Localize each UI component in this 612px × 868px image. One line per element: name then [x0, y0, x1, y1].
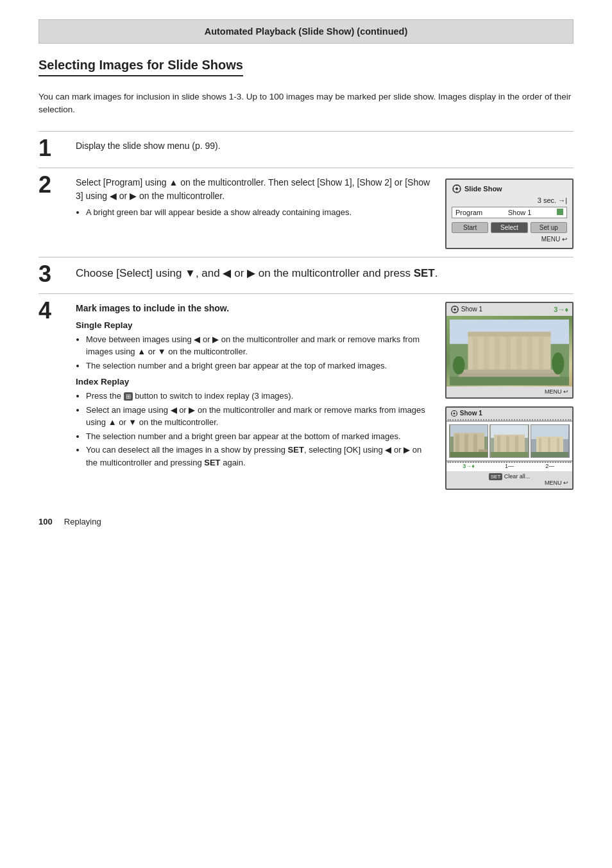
index-slideshow-icon	[450, 410, 458, 417]
footer-spacer	[55, 517, 62, 526]
index-bottom: SET Clear all... MENU ↩	[446, 471, 572, 489]
photo-title-bar: Show 1 3→♦	[446, 303, 572, 316]
step-4-number: 4	[38, 299, 69, 322]
index-title-bar: Show 1	[446, 408, 572, 419]
step-4-b1-1: Move between images using ◀ or ▶ on the …	[86, 333, 432, 358]
step-1-content: Display the slide show menu (p. 99).	[76, 139, 574, 153]
index-images	[446, 421, 572, 462]
single-counter: 3→♦	[554, 306, 568, 313]
thumb3-svg	[531, 425, 568, 457]
step-4-b2-2: Select an image using ◀ or ▶ on the mult…	[86, 404, 432, 429]
step-4-b2-4: You can deselect all the images in a sho…	[86, 444, 432, 469]
svg-rect-14	[539, 336, 544, 374]
thumb1-svg	[450, 425, 488, 457]
thumb2-svg	[491, 425, 528, 457]
screen2-btn-setup: Set up	[531, 222, 567, 233]
page-footer: 100 Replaying	[38, 517, 574, 526]
screen2-timer: 3 sec. →|	[452, 196, 567, 204]
step-4: 4 Mark images to include in the show. Si…	[38, 293, 574, 498]
page-number: 100	[38, 517, 53, 526]
step-2-bullets: A bright green bar will appear beside a …	[76, 206, 432, 219]
photo-bottom: MENU ↩	[446, 386, 572, 397]
svg-rect-35	[515, 436, 518, 452]
section-title: Selecting Images for Slide Shows	[38, 58, 243, 76]
svg-rect-40	[539, 438, 541, 452]
index-replay-screen: Show 1	[445, 406, 574, 490]
svg-rect-17	[450, 376, 569, 385]
step-3-text: Choose [Select] using ▼, and ◀ or ▶ on t…	[76, 265, 574, 282]
svg-rect-7	[468, 331, 550, 336]
index-label-2: 1—	[489, 463, 529, 469]
slideshow-icon	[450, 305, 459, 314]
svg-rect-27	[473, 434, 477, 452]
svg-point-18	[453, 356, 465, 374]
svg-rect-25	[455, 434, 459, 452]
step-4-b2-1: Press the ⊞ button to switch to index re…	[86, 390, 432, 403]
index-thumb-2	[489, 424, 529, 458]
index-labels: 3→♦ 1— 2—	[446, 463, 572, 471]
step-4-content: Mark images to include in the show. Sing…	[76, 302, 574, 490]
single-replay-screen: Show 1 3→♦	[445, 302, 574, 399]
photo-show-label: Show 1	[450, 305, 482, 314]
screen2-program-label: Program	[455, 209, 482, 216]
step-2-content: Select [Program] using ▲ on the multicon…	[76, 176, 574, 249]
step-4-subheading1: Single Replay	[76, 320, 432, 330]
screen2-btn-start: Start	[452, 222, 488, 233]
svg-rect-26	[464, 434, 468, 452]
index-menu-icon: MENU ↩	[450, 480, 568, 486]
svg-rect-13	[527, 336, 532, 374]
svg-rect-9	[484, 336, 489, 374]
index-thumb-3	[531, 424, 570, 458]
step-2-screen: Slide Show 3 sec. →| Program Show 1 Star…	[445, 178, 574, 249]
svg-rect-8	[473, 336, 478, 374]
step-1-number: 1	[38, 137, 69, 160]
svg-rect-42	[557, 438, 559, 452]
svg-rect-28	[479, 449, 488, 452]
screen2-program-row: Program Show 1	[452, 207, 567, 218]
photo-menu-icon: MENU ↩	[450, 388, 568, 395]
svg-rect-34	[506, 436, 509, 452]
screen2-btn-select: Select	[491, 222, 527, 233]
svg-rect-36	[491, 452, 528, 457]
svg-rect-29	[450, 452, 488, 457]
svg-rect-33	[497, 436, 500, 452]
page: Automated Playback (Slide Show) (continu…	[0, 0, 612, 868]
svg-point-1	[455, 187, 458, 190]
step-4-main: Mark images to include in the show.	[76, 302, 432, 315]
step-4-subheading2: Index Replay	[76, 377, 432, 386]
step-4-text-block: Mark images to include in the show. Sing…	[76, 302, 432, 490]
svg-rect-43	[531, 452, 568, 457]
step-2-bullet-1: A bright green bar will appear beside a …	[86, 206, 432, 219]
step-4-bullets1: Move between images using ◀ or ▶ on the …	[76, 333, 432, 372]
screen2-buttons: Start Select Set up	[452, 222, 567, 233]
index-title-text: Show 1	[460, 410, 482, 417]
step-2-number: 2	[38, 173, 69, 196]
photo-image	[446, 316, 572, 386]
screen2-title: Slide Show	[464, 185, 502, 193]
svg-rect-11	[506, 336, 511, 374]
header-title: Automated Playback (Slide Show) (continu…	[51, 26, 561, 37]
svg-point-19	[552, 352, 564, 374]
svg-rect-10	[495, 336, 500, 374]
step-1: 1 Display the slide show menu (p. 99).	[38, 131, 574, 168]
header-box: Automated Playback (Slide Show) (continu…	[38, 19, 574, 44]
svg-rect-12	[516, 336, 522, 374]
step-2: 2 Select [Program] using ▲ on the multic…	[38, 168, 574, 257]
index-thumb-1	[449, 424, 488, 458]
svg-rect-41	[548, 438, 550, 452]
step-3-content: Choose [Select] using ▼, and ◀ or ▶ on t…	[76, 265, 574, 282]
photo-svg	[450, 318, 569, 387]
screen2-menu: MENU ↩	[452, 236, 567, 243]
svg-rect-15	[462, 369, 557, 373]
step-2-text: Select [Program] using ▲ on the multicon…	[76, 176, 432, 203]
step-4-b2-3: The selection number and a bright green …	[86, 430, 432, 443]
step-4-bullets2: Press the ⊞ button to switch to index re…	[76, 390, 432, 469]
step-3: 3 Choose [Select] using ▼, and ◀ or ▶ on…	[38, 257, 574, 293]
index-label-3: 2—	[531, 463, 570, 469]
step-4-screens: Show 1 3→♦	[445, 302, 574, 490]
svg-rect-16	[459, 373, 560, 377]
footer-section: Replaying	[64, 517, 101, 526]
camera-icon	[452, 184, 462, 194]
step-3-number: 3	[38, 263, 69, 286]
screen2-program-value: Show 1	[508, 209, 532, 216]
